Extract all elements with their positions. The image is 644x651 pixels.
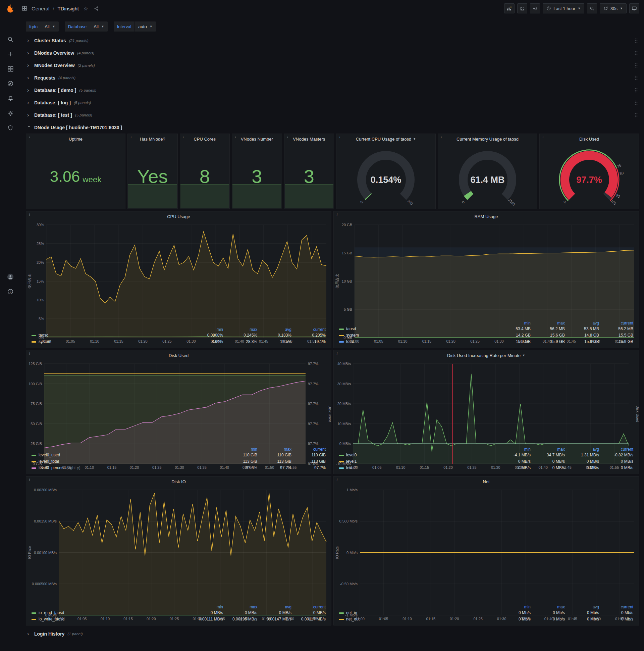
series-name[interactable]: level0_total xyxy=(39,459,59,464)
panel-info-icon[interactable]: i xyxy=(541,135,545,139)
panel-info-icon[interactable]: i xyxy=(338,135,342,139)
legend-column-header[interactable]: current xyxy=(292,604,326,610)
panel-info-icon[interactable]: i xyxy=(28,135,32,139)
panel-info-icon[interactable]: i xyxy=(28,352,32,355)
legend-column-header[interactable]: min xyxy=(224,447,258,452)
panel-title[interactable]: Current Memory Usage of taosd xyxy=(456,136,519,142)
legend-column-header[interactable]: avg xyxy=(258,604,292,610)
ram-usage-chart[interactable]: 0 MB5 GB10 GB15 GB20 GB01:0001:0501:1001… xyxy=(334,221,639,320)
breadcrumb-section[interactable]: General xyxy=(32,6,49,11)
row-database-log[interactable]: › Database: [ log ] (5 panels) xyxy=(26,96,639,109)
disk-io-chart[interactable]: 0 MB/s0.000500 MB/s0.00100 MB/s0.00150 M… xyxy=(26,487,331,604)
panel-title[interactable]: Has MNode? xyxy=(140,136,165,142)
panel-info-icon[interactable]: i xyxy=(335,478,339,482)
series-name[interactable]: system xyxy=(39,339,51,344)
breadcrumb-title[interactable]: TDinsight xyxy=(58,6,79,11)
row-mnodes-overview[interactable]: › MNodes Overview (2 panels) xyxy=(26,59,639,71)
panel-info-icon[interactable]: i xyxy=(129,135,133,139)
server-admin-shield-icon[interactable] xyxy=(7,124,14,131)
series-name[interactable]: level1 xyxy=(346,459,357,464)
legend-column-header[interactable]: current xyxy=(600,320,634,326)
legend-column-header[interactable]: max xyxy=(531,447,566,452)
series-color-swatch[interactable] xyxy=(339,619,344,620)
drag-handle-icon[interactable] xyxy=(635,75,638,80)
zoom-out-time-button[interactable] xyxy=(587,3,597,13)
drag-handle-icon[interactable] xyxy=(635,51,638,55)
drag-handle-icon[interactable] xyxy=(635,100,638,105)
drag-handle-icon[interactable] xyxy=(635,38,638,43)
panel-info-icon[interactable]: i xyxy=(182,135,186,139)
series-color-swatch[interactable] xyxy=(339,455,344,456)
time-range-picker[interactable]: Last 1 hour ▼ xyxy=(543,3,584,13)
search-icon[interactable] xyxy=(7,36,14,43)
series-name[interactable]: system xyxy=(346,333,359,338)
legend-column-header[interactable]: min xyxy=(497,447,531,452)
panel-title[interactable]: Disk Used Increasing Rate per Minute xyxy=(447,353,521,358)
row-dnode-usage[interactable]: › DNode Usage [ huolinhe-TM1701:6030 ] xyxy=(26,121,639,133)
legend-column-header[interactable]: min xyxy=(190,327,224,332)
panel-title[interactable]: Disk Used xyxy=(169,353,189,358)
series-color-swatch[interactable] xyxy=(32,467,36,469)
row-login-history[interactable]: › Login History (1 panel) xyxy=(26,627,639,640)
legend-column-header[interactable]: avg xyxy=(258,327,292,332)
panel-title[interactable]: Current CPU Usage of taosd xyxy=(356,136,411,142)
series-color-swatch[interactable] xyxy=(339,329,344,330)
legend-column-header[interactable]: avg xyxy=(566,320,600,326)
panel-info-icon[interactable]: i xyxy=(28,478,32,482)
disk-rate-chart[interactable]: -10 MB/s0 MB/s10 MB/s20 MB/s30 MB/s40 MB… xyxy=(334,361,639,447)
series-name[interactable]: net_in xyxy=(346,610,357,615)
net-chart[interactable]: -1 Mb/s-0.50 Mb/s0 Mb/s0.500 Mb/s1 Mb/s0… xyxy=(334,487,639,604)
series-color-swatch[interactable] xyxy=(339,341,344,343)
dashboards-icon[interactable] xyxy=(7,65,14,72)
grafana-logo[interactable] xyxy=(0,3,21,13)
panel-title[interactable]: RAM Usage xyxy=(474,214,498,219)
series-name[interactable]: taosd xyxy=(39,333,48,338)
panel-title[interactable]: Net xyxy=(483,479,489,484)
series-color-swatch[interactable] xyxy=(32,455,36,456)
add-panel-button[interactable] xyxy=(504,3,515,13)
panel-title[interactable]: VNodes Number xyxy=(241,136,273,142)
series-color-swatch[interactable] xyxy=(339,467,344,469)
series-color-swatch[interactable] xyxy=(32,461,36,462)
cpu-usage-chart[interactable]: 0%5%10%15%20%25%30%01:0001:0501:1001:150… xyxy=(26,221,331,327)
save-dashboard-button[interactable] xyxy=(517,3,527,13)
series-name[interactable]: level2 xyxy=(346,465,357,470)
legend-column-header[interactable]: min xyxy=(497,604,531,610)
variable-value-database[interactable]: All▼ xyxy=(90,22,107,32)
legend-column-header[interactable]: avg xyxy=(566,447,600,452)
panel-title[interactable]: CPU Usage xyxy=(167,214,190,219)
series-name[interactable]: taosd xyxy=(346,327,356,331)
row-database-demo[interactable]: › Database: [ demo ] (5 panels) xyxy=(26,84,639,96)
panel-title[interactable]: Disk Used xyxy=(579,136,599,142)
legend-column-header[interactable]: max xyxy=(531,604,566,610)
panel-info-icon[interactable]: i xyxy=(440,135,443,139)
panel-title[interactable]: Disk IO xyxy=(171,479,186,484)
legend-column-header[interactable]: max xyxy=(224,327,258,332)
legend-column-header[interactable]: current xyxy=(292,447,326,452)
share-dashboard-icon[interactable] xyxy=(93,5,100,12)
refresh-picker[interactable]: 30s ▼ xyxy=(600,3,626,13)
variable-value-interval[interactable]: auto▼ xyxy=(135,22,156,32)
panel-title[interactable]: VNodes Masters xyxy=(293,136,325,142)
legend-column-header[interactable]: current xyxy=(600,447,634,452)
series-color-swatch[interactable] xyxy=(32,341,36,343)
panel-info-icon[interactable]: i xyxy=(233,135,237,139)
series-color-swatch[interactable] xyxy=(339,335,344,336)
series-name[interactable]: net_out xyxy=(346,617,360,621)
create-plus-icon[interactable] xyxy=(7,50,14,58)
row-dnodes-overview[interactable]: › DNodes Overview (4 panels) xyxy=(26,46,639,59)
help-icon[interactable]: ? xyxy=(7,288,14,295)
legend-column-header[interactable]: current xyxy=(292,327,326,332)
series-name[interactable]: io_read_taosd xyxy=(39,610,64,615)
series-name[interactable]: total xyxy=(346,339,354,344)
legend-column-header[interactable]: avg xyxy=(566,604,600,610)
series-color-swatch[interactable] xyxy=(32,335,36,336)
panel-info-icon[interactable]: i xyxy=(335,213,339,216)
legend-column-header[interactable]: max xyxy=(224,604,258,610)
row-database-test[interactable]: › Database: [ test ] (5 panels) xyxy=(26,109,639,121)
user-avatar-icon[interactable] xyxy=(7,273,14,281)
series-name[interactable]: level0 xyxy=(346,453,357,457)
legend-column-header[interactable]: current xyxy=(600,604,634,610)
panel-info-icon[interactable]: i xyxy=(335,352,339,355)
drag-handle-icon[interactable] xyxy=(635,88,638,93)
